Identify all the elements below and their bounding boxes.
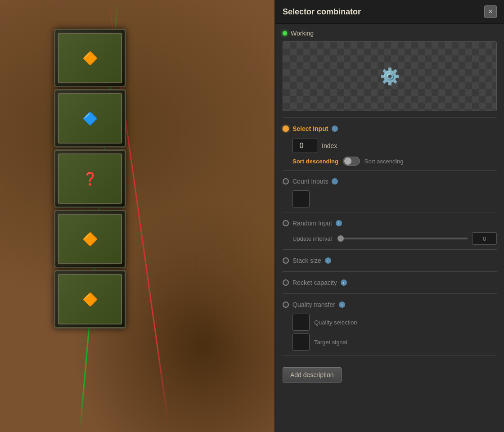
rocket-capacity-info-icon[interactable]: i [341,279,347,286]
radio-count-inputs[interactable] [283,178,289,184]
radio-select-input[interactable] [283,126,289,132]
status-text: Working [291,30,314,37]
quality-transfer-info-icon[interactable]: i [339,302,345,308]
divider-1 [283,117,497,118]
sort-ascending-label: Sort ascending [364,158,404,165]
status-row: Working [283,30,497,37]
option-quality-transfer[interactable]: Quality transfer i [283,298,497,311]
sort-toggle[interactable] [343,157,360,166]
target-signal-slot[interactable] [292,333,310,351]
count-inputs-info-icon[interactable]: i [332,178,338,184]
toggle-knob [344,158,351,165]
index-input[interactable] [292,139,317,153]
rocket-capacity-label: Rocket capacity [292,279,337,286]
divider-5 [283,271,497,272]
divider-4 [283,249,497,250]
machine-unit-3: ❓ [54,149,126,208]
target-signal-row: Target signal [292,333,497,351]
option-rocket-capacity[interactable]: Rocket capacity i [283,276,497,289]
panel-header: Selector combinator × [275,0,504,24]
preview-machine-icon: ⚙️ [380,67,400,86]
machine-assembly: 🔶 🔷 ❓ 🔶 🔶 [45,27,135,351]
quality-transfer-label: Quality transfer [292,301,335,308]
machine-unit-1: 🔶 [54,29,126,87]
divider-6 [283,293,497,294]
update-interval-label: Update interval [292,235,333,242]
random-input-info-icon[interactable]: i [336,220,342,226]
update-interval-row: Update interval 0 [292,232,497,245]
quality-selection-slot[interactable] [292,314,310,331]
option-stack-size[interactable]: Stack size i [283,254,497,267]
panel-content: Working ⚙️ Select Input i Index Sort des… [275,24,504,432]
quality-selection-placeholder: Quality selection [314,319,357,326]
divider-2 [283,170,497,171]
radio-stack-size[interactable] [283,257,289,264]
sort-descending-label: Sort descending [292,158,338,165]
close-button[interactable]: × [484,5,497,18]
target-signal-placeholder: Target signal [314,339,347,346]
status-indicator [283,31,287,36]
count-inputs-signal-slot[interactable] [292,190,310,207]
random-input-label: Random Input [292,220,332,227]
index-input-row: Index [292,139,497,153]
machine-unit-5: 🔶 [54,270,126,328]
machine-unit-4: 🔶 [54,210,126,268]
index-label: Index [322,142,337,149]
machine-unit-2: 🔷 [54,89,126,148]
select-input-label: Select Input [292,125,328,132]
slider-thumb [338,235,344,242]
option-random-input[interactable]: Random Input i [283,217,497,230]
option-count-inputs[interactable]: Count Inputs i [283,175,497,188]
selector-combinator-panel: Selector combinator × Working ⚙️ Select … [274,0,504,432]
update-interval-value[interactable]: 0 [472,232,497,245]
count-inputs-label: Count Inputs [292,178,328,185]
radio-rocket-capacity[interactable] [283,279,289,286]
stack-size-label: Stack size [292,257,321,264]
update-interval-slider[interactable] [338,238,468,239]
radio-quality-transfer[interactable] [283,302,289,308]
divider-3 [283,212,497,212]
select-input-info-icon[interactable]: i [332,126,338,132]
add-description-button[interactable]: Add description [283,367,342,382]
sort-row: Sort descending Sort ascending [292,157,497,166]
radio-random-input[interactable] [283,220,289,226]
divider-7 [283,355,497,356]
preview-area: ⚙️ [283,41,497,111]
stack-size-info-icon[interactable]: i [325,257,331,264]
quality-selection-row: Quality selection [292,314,497,331]
panel-title: Selector combinator [283,7,361,17]
option-select-input[interactable]: Select Input i [283,122,497,135]
